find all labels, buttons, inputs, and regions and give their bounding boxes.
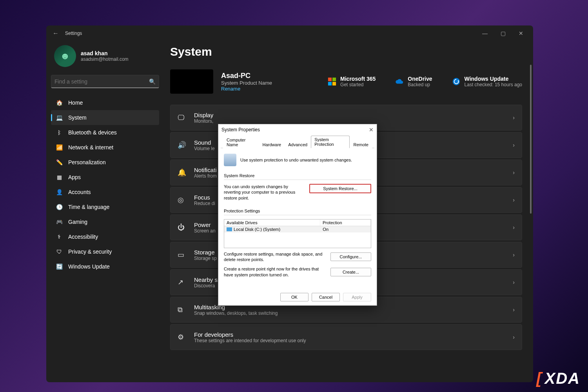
card-icon: ◎ <box>178 196 187 204</box>
nav-item-accessibility[interactable]: ⚕Accessibility <box>51 229 159 244</box>
settings-card-for-developers[interactable]: ⚙For developersThese settings are intend… <box>170 324 522 350</box>
nav-item-time-language[interactable]: 🕒Time & language <box>51 200 159 214</box>
system-info-row: Asad-PC System Product Name Rename Micro… <box>170 69 522 94</box>
nav-item-apps[interactable]: ▦Apps <box>51 170 159 185</box>
chevron-right-icon: › <box>513 334 515 340</box>
search-input[interactable] <box>54 78 149 85</box>
pc-preview-image <box>170 69 213 94</box>
nav-label: Bluetooth & devices <box>68 129 117 136</box>
nav-icon: 🔄 <box>56 263 63 270</box>
status-m365[interactable]: Microsoft 365Get started <box>328 76 376 87</box>
search-box[interactable]: 🔍 <box>51 75 159 88</box>
m365-icon <box>328 77 336 86</box>
back-button[interactable]: ← <box>49 30 62 37</box>
user-email: asadsim@hotmail.com <box>81 56 129 62</box>
nav-icon: 🛡 <box>56 248 63 255</box>
system-restore-button[interactable]: System Restore... <box>309 184 371 193</box>
svg-rect-3 <box>332 82 336 85</box>
nav-icon: 🎮 <box>56 218 63 225</box>
chevron-right-icon: › <box>513 197 515 203</box>
chevron-right-icon: › <box>513 114 515 121</box>
nav-label: Apps <box>68 174 81 180</box>
search-icon: 🔍 <box>149 78 156 85</box>
nav-label: Personalization <box>68 159 106 165</box>
protection-settings-label: Protection Settings <box>224 209 371 213</box>
drive-row[interactable]: Local Disk (C:) (System) On <box>224 226 371 232</box>
card-subtitle: Alerts from <box>194 173 217 179</box>
create-button[interactable]: Create... <box>330 268 371 276</box>
nav-label: Gaming <box>68 219 87 225</box>
card-subtitle: Snap windows, desktops, task switching <box>194 310 278 316</box>
apply-button: Apply <box>343 293 371 301</box>
tab-computer-name[interactable]: Computer Name <box>223 136 259 148</box>
chevron-right-icon: › <box>513 142 515 148</box>
nav-label: Accounts <box>68 189 91 195</box>
nav-item-network-internet[interactable]: 📶Network & internet <box>51 140 159 155</box>
card-title: Focus <box>194 194 215 201</box>
card-icon: ⧉ <box>178 306 187 314</box>
dialog-tabs: Computer NameHardwareAdvancedSystem Prot… <box>221 135 374 148</box>
nav-label: Privacy & security <box>68 249 112 255</box>
status-onedrive[interactable]: OneDriveBacked up <box>395 76 432 87</box>
card-title: Storage <box>194 249 217 256</box>
nav-icon: ✏️ <box>56 159 63 166</box>
chevron-right-icon: › <box>513 279 515 285</box>
nav-item-personalization[interactable]: ✏️Personalization <box>51 155 159 170</box>
profile[interactable]: ☻ asad khan asadsim@hotmail.com <box>51 41 159 75</box>
pc-name: Asad-PC <box>221 72 272 80</box>
tab-system-protection[interactable]: System Protection <box>311 136 350 148</box>
nav-label: Accessibility <box>68 234 98 240</box>
cancel-button[interactable]: Cancel <box>312 293 340 301</box>
nav-label: Windows Update <box>68 263 110 270</box>
drives-table[interactable]: Available Drives Protection Local Disk (… <box>224 219 371 248</box>
ok-button[interactable]: OK <box>280 293 309 301</box>
nav-item-gaming[interactable]: 🎮Gaming <box>51 214 159 229</box>
maximize-button[interactable]: ▢ <box>494 27 512 40</box>
configure-button[interactable]: Configure... <box>330 252 371 261</box>
card-icon: ⏻ <box>178 223 187 232</box>
tab-hardware[interactable]: Hardware <box>259 141 285 148</box>
nav-item-home[interactable]: 🏠Home <box>51 95 159 110</box>
titlebar: ← Settings — ▢ ✕ <box>46 25 533 41</box>
nav-item-system[interactable]: 💻System <box>51 110 159 125</box>
card-title: For developers <box>194 331 306 338</box>
tab-advanced[interactable]: Advanced <box>285 141 311 148</box>
nav-icon: ᛒ <box>56 129 63 136</box>
card-title: Display <box>194 112 213 118</box>
nav-label: System <box>68 114 87 121</box>
dialog-close-button[interactable]: ✕ <box>369 127 374 133</box>
system-restore-text: You can undo system changes by reverting… <box>224 184 305 201</box>
card-subtitle: These settings are intended for developm… <box>194 338 306 343</box>
nav-item-privacy-security[interactable]: 🛡Privacy & security <box>51 244 159 259</box>
card-subtitle: Volume le <box>194 146 215 151</box>
nav-icon: ▦ <box>56 174 63 181</box>
nav-item-windows-update[interactable]: 🔄Windows Update <box>51 259 159 274</box>
card-subtitle: Screen an <box>194 228 216 234</box>
nav-icon: 👤 <box>56 189 63 196</box>
nav-item-accounts[interactable]: 👤Accounts <box>51 185 159 200</box>
card-subtitle: Storage sp <box>194 256 217 261</box>
card-subtitle: Reduce di <box>194 201 215 206</box>
scrollbar-thumb[interactable] <box>530 65 532 214</box>
card-title: Power <box>194 221 216 228</box>
system-properties-dialog: System Properties ✕ Computer NameHardwar… <box>218 124 377 306</box>
minimize-button[interactable]: — <box>476 27 494 40</box>
card-icon: ↗ <box>178 278 187 287</box>
drives-header-protection: Protection <box>320 220 371 226</box>
system-restore-label: System Restore <box>224 173 371 178</box>
tab-remote[interactable]: Remote <box>350 141 372 148</box>
close-button[interactable]: ✕ <box>512 27 530 40</box>
drive-icon <box>227 227 232 231</box>
nav-item-bluetooth-devices[interactable]: ᛒBluetooth & devices <box>51 125 159 140</box>
rename-link[interactable]: Rename <box>221 86 272 92</box>
scrollbar-track[interactable] <box>530 65 532 382</box>
chevron-right-icon: › <box>513 224 515 230</box>
chevron-right-icon: › <box>513 169 515 176</box>
card-icon: ⚙ <box>178 333 187 341</box>
dialog-titlebar: System Properties ✕ <box>218 124 377 135</box>
status-update[interactable]: Windows UpdateLast checked: 15 hours ago <box>452 76 522 87</box>
drives-header-name: Available Drives <box>224 220 320 226</box>
card-icon: ▭ <box>178 250 187 259</box>
card-icon: 🔔 <box>178 168 187 177</box>
nav-icon: ⚕ <box>56 233 63 240</box>
